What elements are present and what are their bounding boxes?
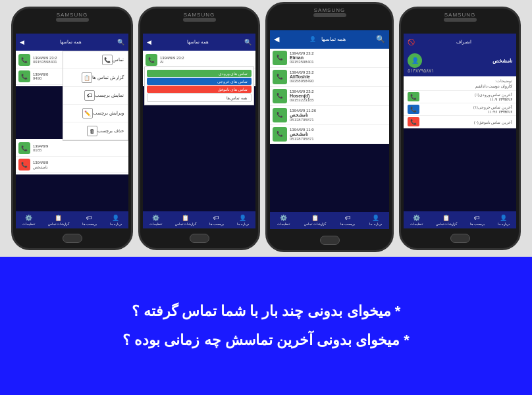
reports-icon-1: 📋	[55, 215, 62, 221]
screen-3: ◀ 👤 همه تماسها 🔍 📞 1394/6/9 23:2 Eiman	[270, 30, 389, 229]
call-row-missed: آخرین تماس ناموفق(۰) 📞	[404, 116, 516, 128]
nav-labels-4[interactable]: 🏷 برچسب ها	[470, 215, 485, 226]
settings-icon-3: ⚙️	[280, 215, 287, 221]
back-icon-1[interactable]: ◀	[20, 39, 24, 45]
filter-incoming[interactable]: تماس های ورودی	[147, 70, 252, 77]
missed-label: آخرین تماس ناموفق(۰)	[474, 120, 512, 124]
labels-icon-2: 🏷	[213, 215, 219, 221]
detail-avatar: 👤	[408, 53, 422, 68]
contact-unknown1[interactable]: 📞 1394/6/9 11:26 نامشخص 05138795871	[270, 106, 389, 125]
cancel-icon-4[interactable]: 🚫	[408, 39, 415, 45]
menu-edit-label-text: ویرایش برچسب	[93, 111, 124, 116]
nav-reports-4[interactable]: 📋 گزارشات تماس	[436, 215, 457, 226]
detail-name: نامشخص	[492, 58, 512, 64]
menu-item-show-label[interactable]: نمایش برچسب 🏷	[63, 87, 128, 105]
home-button-1[interactable]	[63, 234, 82, 243]
call-icon-unk2: 📞	[273, 127, 287, 142]
detail-description: توضیحات: کاروان دوست داداشم	[404, 76, 516, 91]
top-bar-3: ◀ 👤 همه تماسها 🔍	[270, 30, 389, 49]
brand-label-3: SAMSUNG	[314, 7, 345, 13]
menu-item-call[interactable]: تماس 📞	[63, 51, 128, 69]
top-bar-4: 🚫 انصراف	[404, 34, 516, 51]
call-icon-eiman: 📞	[273, 51, 287, 65]
reports-label-2: گزارشات تماس	[175, 222, 196, 226]
nav-about-1[interactable]: 👤 درباره ما	[110, 215, 122, 226]
nav-settings-1[interactable]: ⚙️ تنظیمات	[22, 215, 35, 226]
contact-item-4: 📞 1394/6/8 نامشخص	[16, 157, 128, 173]
nav-about-4[interactable]: 👤 درباره ما	[498, 215, 510, 226]
phones-area: SAMSUNG ◀ همه تماسها 🔍 📞 1394/6/9 23:2 0…	[0, 0, 532, 257]
screen-4: 🚫 انصراف نامشخص 👤 ۵۱۳۸۷۹۵۸۷۱ توضیحات: کا…	[404, 34, 516, 228]
call-icon-ali: 📞	[273, 70, 287, 84]
reports-icon-3: 📋	[311, 215, 319, 221]
missed-call-icon: 📞	[408, 117, 419, 126]
context-menu-1: تماس 📞 گزارش تماس ها 📋 نمایش برچسب 🏷 ویر…	[63, 51, 128, 141]
nav-reports-1[interactable]: 📋 گزارشات تماس	[48, 215, 69, 226]
menu-call-icon: 📞	[102, 55, 113, 65]
search-icon-2[interactable]: 🔍	[244, 39, 252, 45]
filter-all[interactable]: همه تماس ها	[147, 93, 252, 102]
call-icon-unk1: 📞	[273, 108, 287, 122]
menu-item-delete-label[interactable]: حذف برچسب 🗑	[63, 122, 128, 140]
filter-outgoing[interactable]: تماس های خروجی	[147, 78, 252, 85]
nav-labels-3[interactable]: 🏷 برچسب ها	[340, 215, 355, 226]
bottom-text-2: * میخوای بدونی آخرین تماسش چه زمانی بوده…	[122, 332, 409, 349]
search-icon-1[interactable]: 🔍	[117, 39, 124, 45]
menu-delete-label-text: حذف برچسب	[97, 128, 124, 134]
nav-reports-3[interactable]: 📋 گزارشات تماس	[304, 215, 325, 226]
bottom-text-area: * میخوای بدونی چند بار با شما تماس گرفته…	[0, 257, 532, 395]
speaker-4	[444, 18, 477, 22]
filter-missed[interactable]: تماس های ناموفق	[147, 86, 252, 93]
nav-labels-1[interactable]: 🏷 برچسب ها	[82, 215, 97, 226]
phone-2: SAMSUNG ◀ همه تماسها 🔍 📞 1394/6/9 23:2 A…	[138, 7, 260, 250]
bottom-text-1: * میخوای بدونی چند بار با شما تماس گرفته…	[132, 303, 401, 320]
back-icon-3[interactable]: ◀	[274, 35, 279, 43]
labels-icon-1: 🏷	[86, 215, 92, 221]
search-icon-3[interactable]: 🔍	[376, 35, 385, 43]
name-hosen: Hosen(d)	[290, 93, 386, 98]
incoming-call-icon: 📞	[408, 92, 419, 101]
about-icon-3: 👤	[372, 215, 379, 221]
settings-label-4: تنظیمات	[410, 222, 423, 226]
menu-call-label: تماس	[113, 57, 124, 63]
home-button-4[interactable]	[450, 234, 470, 243]
home-button-2[interactable]	[190, 234, 209, 243]
menu-show-label-text: نمایش برچسب	[95, 93, 124, 98]
call-row-incoming-info: آخرین تماس ورودی(۱) ۱۳۹۴/۶/۶ ۱۱:۹	[475, 92, 512, 101]
contact-unknown2[interactable]: 📞 1394/6/9 11:9 نامشخص 05138795871	[270, 125, 389, 144]
contact-info-4: 1394/6/8 نامشخص	[33, 161, 126, 169]
menu-report-icon: 📋	[82, 72, 92, 83]
nav-settings-2[interactable]: ⚙️ تنظیمات	[149, 215, 162, 226]
contact-eiman[interactable]: 📞 1394/6/9 23:2 Eiman 09153598401	[270, 49, 389, 68]
info-unk2: 1394/6/9 11:9 نامشخص 05138795871	[290, 128, 386, 141]
menu-item-edit-label[interactable]: ویرایش برچسب ✏️	[63, 105, 128, 122]
settings-label-1: تنظیمات	[22, 222, 35, 226]
number-unk2: 05138795871	[290, 137, 386, 141]
top-title-4: انصراف	[415, 40, 512, 45]
about-label-1: درباره ما	[110, 222, 122, 226]
phone-4: SAMSUNG 🚫 انصراف نامشخص 👤 ۵۱۳۸۷۹۵۸۷۱	[399, 7, 521, 250]
labels-icon-3: 🏷	[345, 215, 351, 221]
nav-settings-4[interactable]: ⚙️ تنظیمات	[410, 215, 423, 226]
screen-2: ◀ همه تماسها 🔍 📞 1394/6/9 23:2 Al 📞	[143, 34, 255, 228]
name-unk1: نامشخص	[290, 113, 386, 118]
nav-about-3[interactable]: 👤 درباره ما	[369, 215, 381, 226]
home-button-3[interactable]	[320, 236, 340, 245]
menu-delete-icon: 🗑	[87, 126, 97, 136]
menu-show-icon: 🏷	[84, 90, 95, 101]
nav-labels-2[interactable]: 🏷 برچسب ها	[209, 215, 224, 226]
back-icon-2[interactable]: ◀	[147, 39, 151, 45]
contact-hosen[interactable]: 📞 1394/6/9 23:2 Hosen(d) 09153223165	[270, 87, 389, 106]
contact-ali[interactable]: 📞 1394/6/9 23:2 AliToshle 09358958490	[270, 68, 389, 87]
number-ali: 09358958490	[290, 79, 386, 83]
call-icon-red-4: 📞	[18, 159, 30, 171]
description-value: کاروان دوست داداشم	[408, 84, 512, 88]
reports-icon-4: 📋	[442, 215, 450, 221]
contact-number-p2-1: Al	[160, 60, 253, 64]
reports-label-1: گزارشات تماس	[48, 222, 69, 226]
nav-about-2[interactable]: 👤 درباره ما	[237, 215, 249, 226]
contact-info-3: 1394/6/9 0165	[33, 144, 126, 152]
menu-item-report[interactable]: گزارش تماس ها 📋	[63, 69, 128, 87]
nav-settings-3[interactable]: ⚙️ تنظیمات	[277, 215, 290, 226]
nav-reports-2[interactable]: 📋 گزارشات تماس	[175, 215, 196, 226]
